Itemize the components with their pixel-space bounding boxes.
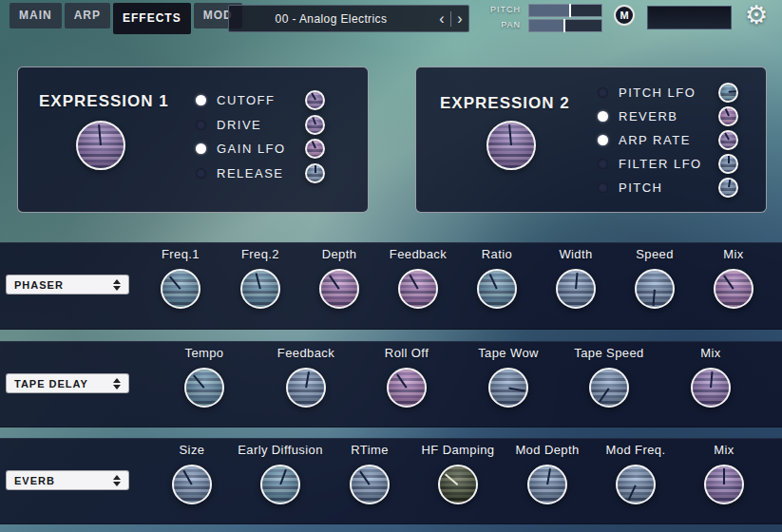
roll-off-knob[interactable]	[387, 368, 427, 408]
expression-2-item-pitch[interactable]: PITCH	[598, 176, 738, 199]
knob-label: HF Damping	[413, 443, 503, 457]
feedback-knob[interactable]	[398, 269, 438, 309]
knob-freq1: Freq.1	[141, 247, 220, 309]
everb-effect-select[interactable]: EVERB	[6, 470, 129, 490]
item-label: CUTOFF	[217, 93, 305, 107]
tape-delay-effect-select[interactable]: TAPE DELAY	[6, 373, 129, 393]
knob-width: Width	[536, 247, 616, 309]
cutoff-amount-knob[interactable]	[305, 90, 325, 110]
pan-label: PAN	[475, 20, 521, 29]
knob-rtime: RTime	[325, 443, 414, 504]
knob-label: Mix	[679, 443, 769, 457]
knob-speed: Speed	[615, 247, 695, 309]
knob-label: Feedback	[378, 247, 458, 261]
radio-dot[interactable]	[598, 182, 608, 193]
tab-arp[interactable]: ARP	[65, 3, 110, 28]
knob-label: Feedback	[258, 346, 353, 360]
hf-damping-knob[interactable]	[438, 465, 478, 504]
preset-prev-button[interactable]: ‹	[433, 7, 450, 30]
speed-knob[interactable]	[635, 269, 675, 309]
mono-button[interactable]: M	[614, 5, 635, 26]
knob-mix: Mix	[663, 346, 758, 408]
freq2-knob[interactable]	[240, 269, 280, 309]
knob-size: Size	[147, 443, 237, 504]
pitch-amount-knob[interactable]	[718, 178, 738, 198]
pan-slider-handle[interactable]	[563, 19, 565, 32]
knob-tape-wow: Tape Wow	[461, 346, 556, 408]
expression-1-knob[interactable]	[76, 121, 125, 170]
expression-2-item-pitch-lfo[interactable]: PITCH LFO	[598, 81, 738, 104]
expression-1-item-release[interactable]: RELEASE	[196, 162, 325, 184]
mix-knob[interactable]	[714, 269, 753, 309]
expression-1-title: EXPRESSION 1	[39, 92, 169, 111]
knob-label: Mod Depth	[503, 443, 592, 457]
radio-dot[interactable]	[196, 95, 206, 105]
expression-2-panel: EXPRESSION 2 PITCH LFO REVERB ARP RATE F…	[415, 66, 767, 213]
knob-tempo: Tempo	[157, 346, 252, 408]
radio-dot[interactable]	[196, 120, 206, 130]
knob-label: Tape Speed	[562, 346, 657, 360]
item-label: PITCH	[619, 180, 718, 195]
pan-slider[interactable]	[528, 19, 602, 32]
pitch-slider[interactable]	[528, 4, 602, 17]
pitch-slider-handle[interactable]	[569, 4, 571, 17]
preset-next-button[interactable]: ›	[451, 7, 468, 30]
tempo-knob[interactable]	[184, 368, 224, 408]
radio-dot[interactable]	[598, 87, 608, 98]
freq1-knob[interactable]	[161, 269, 200, 309]
depth-knob[interactable]	[319, 269, 359, 309]
expression-2-item-filter-lfo[interactable]: FILTER LFO	[598, 152, 738, 175]
early-diffusion-knob[interactable]	[260, 465, 300, 504]
ratio-knob[interactable]	[477, 269, 517, 309]
mod-freq-knob[interactable]	[616, 465, 656, 504]
tape-speed-knob[interactable]	[589, 368, 629, 408]
radio-dot[interactable]	[598, 159, 608, 169]
phaser-effect-select[interactable]: PHASER	[6, 275, 129, 294]
knob-freq2: Freq.2	[220, 247, 300, 309]
mix-knob[interactable]	[704, 465, 744, 504]
tab-effects[interactable]: EFFECTS	[113, 3, 191, 34]
tab-main[interactable]: MAIN	[10, 3, 62, 28]
width-knob[interactable]	[556, 269, 596, 309]
effect-select-label: EVERB	[14, 475, 55, 486]
item-label: FILTER LFO	[619, 157, 718, 171]
size-knob[interactable]	[172, 465, 212, 504]
radio-dot[interactable]	[196, 168, 206, 179]
expression-1-item-gain-lfo[interactable]: GAIN LFO	[196, 137, 325, 160]
mix-knob[interactable]	[691, 368, 731, 408]
gear-icon[interactable]: ⚙	[745, 0, 768, 30]
pitch-lfo-amount-knob[interactable]	[718, 83, 738, 103]
knob-depth: Depth	[299, 247, 379, 309]
knob-label: Mix	[694, 247, 773, 261]
expression-1-item-cutoff[interactable]: CUTOFF	[196, 88, 325, 111]
tape-wow-knob[interactable]	[488, 368, 528, 408]
radio-dot[interactable]	[598, 111, 608, 122]
select-arrows-icon	[113, 378, 121, 390]
filter-lfo-amount-knob[interactable]	[718, 154, 738, 174]
release-amount-knob[interactable]	[305, 163, 325, 183]
item-label: GAIN LFO	[217, 142, 305, 156]
feedback-knob[interactable]	[286, 368, 326, 408]
preset-selector[interactable]: 00 - Analog Electrics ‹ ›	[228, 5, 469, 32]
knob-label: Early Diffusion	[236, 443, 325, 457]
expression-2-item-arp-rate[interactable]: ARP RATE	[598, 128, 738, 151]
knob-label: Roll Off	[359, 346, 454, 360]
select-arrows-icon	[113, 279, 121, 291]
knob-ratio: Ratio	[457, 247, 537, 309]
expression-2-item-reverb[interactable]: REVERB	[598, 104, 738, 127]
knob-label: RTime	[325, 443, 414, 457]
knob-early-diffusion: Early Diffusion	[236, 443, 325, 504]
knob-label: Mod Freq.	[591, 443, 680, 457]
rtime-knob[interactable]	[350, 465, 390, 504]
mod-depth-knob[interactable]	[527, 465, 567, 504]
radio-dot[interactable]	[598, 135, 608, 145]
drive-amount-knob[interactable]	[305, 115, 325, 135]
radio-dot[interactable]	[196, 143, 206, 154]
expression-1-item-drive[interactable]: DRIVE	[196, 113, 325, 136]
arp-rate-amount-knob[interactable]	[718, 130, 738, 150]
knob-tape-speed: Tape Speed	[562, 346, 657, 408]
expression-2-knob[interactable]	[486, 121, 536, 170]
reverb-amount-knob[interactable]	[718, 106, 738, 126]
gain-lfo-amount-knob[interactable]	[305, 139, 325, 159]
pitch-slider-fill	[529, 5, 569, 16]
